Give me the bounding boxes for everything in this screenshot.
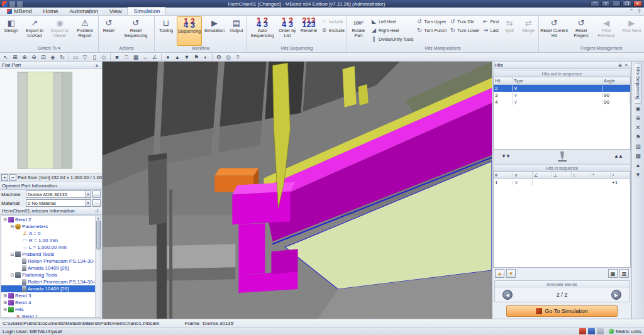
expander-icon[interactable]: ⊟ <box>3 217 8 222</box>
preview-zoom-in-button[interactable]: + <box>1 174 8 181</box>
expander-icon[interactable]: ⊞ <box>3 294 8 299</box>
select-icon[interactable]: ↖ <box>1 53 10 61</box>
material-select[interactable]: 0 No Material▾ <box>26 199 91 207</box>
expander-icon[interactable]: ⊞ <box>3 300 8 305</box>
close-panel-icon[interactable]: ✕ <box>623 63 630 68</box>
turn-die-button[interactable]: ↺Turn Die <box>448 17 480 26</box>
sequencing-button[interactable]: 1 24 3Sequencing <box>177 16 202 46</box>
snapshot-icon[interactable]: ◎ <box>224 53 233 61</box>
tree-item-flattening-die-selected[interactable]: Amada 10409 [26] <box>1 285 95 292</box>
expander-icon[interactable]: ⊟ <box>9 273 15 278</box>
grid-icon[interactable]: ▦ <box>633 152 643 160</box>
reset-button[interactable]: ↺Reset <box>99 16 118 46</box>
preview-zoom-out-button[interactable]: − <box>9 174 16 181</box>
tree-item-prebend-die[interactable]: Amada 10409 [26] <box>1 265 95 272</box>
go-to-simulation-button[interactable]: Go To Simulation <box>506 305 618 317</box>
show-die-icon[interactable]: ▼ <box>182 53 191 61</box>
tree-item-radius[interactable]: ◠R = 1.00 mm <box>1 237 95 244</box>
expander-icon[interactable]: ⊟ <box>9 252 15 257</box>
auto-sequencing-button[interactable]: 1 24 3Auto Sequencing <box>248 16 277 46</box>
show-fingers-icon[interactable]: ⚑ <box>192 53 201 61</box>
layers-icon[interactable]: ▥ <box>633 143 643 151</box>
rotate-view-icon[interactable]: ↻ <box>58 53 67 61</box>
app-icon[interactable] <box>2 1 8 7</box>
tree-item-flattening-punch[interactable]: Rolleri Promecam PS.134-30-R0... <box>1 278 95 285</box>
tree-item-bend-3[interactable]: ⊞Bend 3 <box>1 292 95 299</box>
view-front-icon[interactable]: ▭ <box>71 53 80 61</box>
arrow-down-icon[interactable]: ▼ <box>633 171 643 179</box>
tree-item-hits[interactable]: ⊟Hits <box>1 306 95 313</box>
first-button[interactable]: ⇤First <box>481 17 501 26</box>
find-previous-button[interactable]: ◀Find Previous <box>594 16 619 46</box>
flag-icon[interactable]: ⚑ <box>633 133 643 141</box>
reset-sequencing-workflow-stage-button[interactable]: ↺Reset Sequencing Workflow Stage <box>118 16 153 46</box>
group-label-switch-to[interactable]: Switch To ▾ <box>1 46 97 52</box>
move-out-of-sequence-button[interactable]: ▲▲ <box>611 153 625 159</box>
tree-scrollbar[interactable]: ▲ <box>95 216 101 317</box>
hits-sequencing-tab[interactable]: Hits Sequencing <box>635 63 641 104</box>
tree-item-bend-1[interactable]: ✕Bend 1 <box>1 313 95 318</box>
view-side-icon[interactable]: ▯ <box>90 53 99 61</box>
export-to-viewer-button[interactable]: ◉Export to Viewer <box>47 16 72 46</box>
collapse-ribbon-icon[interactable]: ⌃ <box>628 8 635 15</box>
right-heel-button[interactable]: ◢Right Heel <box>369 26 415 35</box>
flat-part-preview[interactable] <box>0 69 102 173</box>
find-next-button[interactable]: ▶Find Next <box>619 16 644 46</box>
tree-item-bend-2[interactable]: ⊟Bend 2 <box>1 216 95 223</box>
tab-view[interactable]: View <box>104 8 127 15</box>
zoom-fit-icon[interactable]: ⊡ <box>39 53 48 61</box>
expander-icon[interactable]: ⊟ <box>9 224 15 229</box>
simulation-button[interactable]: ▶Simulation <box>202 16 227 46</box>
move-to-sequence-button[interactable]: ▼▼ <box>499 153 513 159</box>
layout-list-button[interactable]: ▥ <box>619 269 629 278</box>
export-to-cnckad-button[interactable]: ↗Export to cncKad <box>22 16 47 46</box>
hit-row[interactable]: 3 ∨ 90 <box>494 92 630 99</box>
ribbon-pin-button[interactable]: ⌃ <box>591 1 599 7</box>
turn-lower-button[interactable]: ↻Turn Lower <box>448 26 480 35</box>
divide-unify-tools-button[interactable]: ∥Divide/Unify Tools <box>369 35 415 43</box>
hit-row[interactable]: 4 ∨ 90 <box>494 99 630 106</box>
zoom-window-icon[interactable]: ⊞ <box>11 53 19 61</box>
close-icon[interactable]: ✕ <box>633 124 643 132</box>
tree-item-angle[interactable]: ∠A = 0 <box>1 230 95 237</box>
rotate-part-button[interactable]: 180°Rotate Part <box>348 16 369 46</box>
turn-upper-button[interactable]: ↺Turn Upper <box>414 17 448 26</box>
wireframe-view-icon[interactable]: □ <box>122 53 131 61</box>
expander-icon[interactable]: ⊟ <box>3 307 8 312</box>
tree-item-prebend-punch[interactable]: Rolleri Promecam PS.134-30-R0... <box>1 258 95 265</box>
merge-button[interactable]: ⇄Merge <box>519 16 538 46</box>
pan-icon[interactable]: ◈ <box>48 53 57 61</box>
turn-punch-button[interactable]: ↻Turn Punch <box>414 26 448 35</box>
zoom-in-icon[interactable]: ⊕ <box>20 53 29 61</box>
help-icon[interactable]: ? <box>635 8 643 15</box>
scrollbar-thumb[interactable] <box>96 221 101 250</box>
tree-item-flattening-tools[interactable]: ⊟Flattening Tools <box>1 272 95 278</box>
view-top-icon[interactable]: ▽ <box>80 53 89 61</box>
shaded-view-icon[interactable]: ■ <box>113 53 121 61</box>
part-colors-icon[interactable]: ● <box>164 53 172 61</box>
last-button[interactable]: ⇥Last <box>481 26 501 35</box>
design-button[interactable]: ◧Design <box>1 16 22 46</box>
measure-angle-icon[interactable]: ∠ <box>150 53 159 61</box>
undo-icon[interactable] <box>17 1 23 7</box>
close-button[interactable]: ✕ <box>633 1 642 7</box>
tree-item-parameters[interactable]: ⊟Parameters <box>1 223 95 230</box>
status-alert-icon[interactable] <box>579 328 586 334</box>
tree-refresh-icon[interactable]: ↺ <box>94 209 100 214</box>
settings-icon[interactable]: ⚙ <box>214 53 223 61</box>
units-indicator[interactable]: Metric units <box>609 329 641 334</box>
hit-row-selected[interactable]: 2 ∨ <box>494 85 630 92</box>
show-grid-icon[interactable]: ▦ <box>131 53 140 61</box>
viewport-3d[interactable] <box>103 62 492 319</box>
tree-item-length[interactable]: ↔L = 1,000.00 mm <box>1 244 95 251</box>
pin-icon[interactable]: ◉ <box>617 63 623 68</box>
material-browse-button[interactable]: … <box>92 199 101 207</box>
reset-current-hit-button[interactable]: ↺Reset Current Hit <box>540 16 569 46</box>
left-heel-button[interactable]: ◣Left Heel <box>369 17 415 26</box>
transparency-icon[interactable]: ◐ <box>201 53 210 61</box>
toolbar-help-icon[interactable]: ? <box>233 53 242 61</box>
arrow-up-icon[interactable]: ▲ <box>633 162 643 170</box>
zoom-out-icon[interactable]: ⊖ <box>30 53 38 61</box>
tree-item-bend-4[interactable]: ⊞Bend 4 <box>1 299 95 306</box>
status-info-icon[interactable] <box>588 328 595 334</box>
